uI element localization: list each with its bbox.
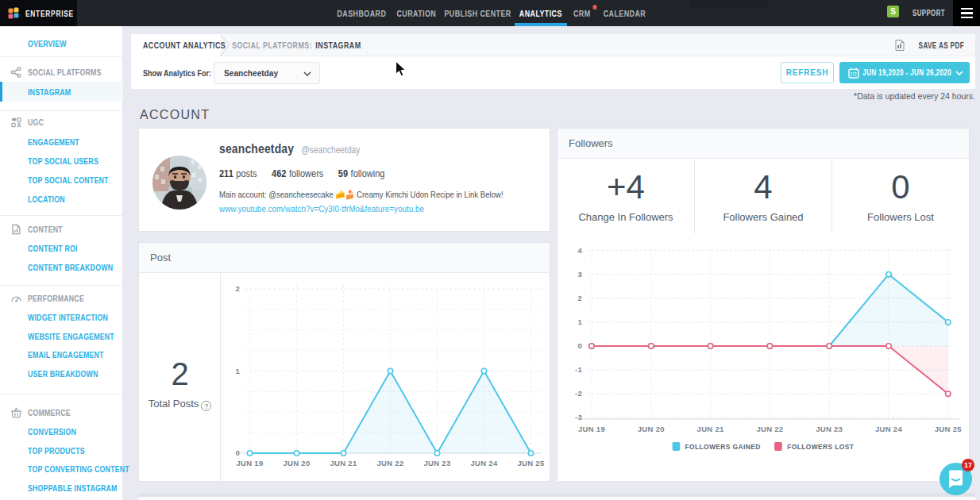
svg-text:3: 3 — [577, 270, 582, 279]
sidebar-section-content-label: CONTENT — [28, 225, 63, 234]
followers-stat-followers-gained: 4Followers Gained — [695, 160, 832, 233]
nav-shadow-artifact — [689, 0, 769, 9]
filter-toolbar: Show Analytics For: Seancheetday REFRESH — [131, 56, 975, 89]
nav-item-support[interactable]: SUPPORT — [912, 0, 955, 26]
sidebar-section-social-platforms: SOCIAL PLATFORMS — [0, 63, 123, 82]
legend-item-followers-gained[interactable]: FOLLOWERS GAINED — [673, 442, 761, 451]
sidebar-item-overview-label: OVERVIEW — [28, 39, 67, 48]
sidebar-item-top-social-users[interactable]: TOP SOCIAL USERS — [0, 152, 123, 171]
nav-item-curation[interactable]: CURATION — [395, 0, 438, 26]
chart-legend: FOLLOWERS GAINEDFOLLOWERS LOST — [582, 442, 944, 451]
sidebar-item-top-social-users-label: TOP SOCIAL USERS — [28, 156, 98, 166]
brand-name: ENTERPRISE — [25, 9, 74, 18]
sidebar-item-widget-interaction[interactable]: WIDGET INTERACTION — [0, 308, 123, 327]
basket-icon — [10, 407, 22, 419]
nav-item-calendar[interactable]: CALENDAR — [601, 0, 647, 26]
sidebar-item-user-breakdown[interactable]: USER BREAKDOWN — [0, 364, 123, 383]
account-dropdown[interactable]: Seancheetday — [214, 62, 320, 84]
sidebar-item-content-breakdown-label: CONTENT BREAKDOWN — [28, 263, 113, 272]
legend-label: FOLLOWERS GAINED — [685, 442, 760, 451]
sidebar-item-engagement-label: ENGAGEMENT — [28, 137, 79, 147]
nav-item-publish-center[interactable]: PUBLISH CENTER — [445, 0, 511, 26]
stat-value: 462 — [272, 168, 286, 179]
stat-value: 211 — [219, 168, 233, 179]
nav-item-dashboard[interactable]: DASHBOARD — [337, 0, 386, 26]
legend-item-followers-lost[interactable]: FOLLOWERS LOST — [774, 442, 854, 451]
next-section-card-top — [139, 497, 975, 500]
sidebar-divider — [0, 56, 123, 57]
sidebar-item-instagram[interactable]: INSTAGRAM — [0, 82, 123, 102]
sidebar-item-top-converting-content[interactable]: TOP CONVERTING CONTENT — [0, 460, 123, 479]
nav-item-label: CURATION — [396, 9, 436, 18]
stat-value: 0 — [891, 171, 909, 204]
save-as-pdf-button[interactable]: SAVE AS PDF — [895, 34, 964, 56]
sidebar-item-top-social-content[interactable]: TOP SOCIAL CONTENT — [0, 171, 123, 190]
stat-value: 59 — [338, 168, 348, 179]
chat-unread-badge: 17 — [962, 459, 974, 471]
followers-line-chart: 43210-1-2-3JUN 19JUN 20JUN 21JUN 22JUN 2… — [558, 233, 969, 440]
sidebar-item-location[interactable]: LOCATION — [0, 190, 123, 209]
chat-bubble-icon — [949, 471, 963, 488]
svg-text:JUN 21: JUN 21 — [330, 459, 357, 467]
legend-swatch — [774, 442, 782, 451]
account-dropdown-value: Seancheetday — [224, 68, 278, 78]
top-navigation-bar: ENTERPRISE DASHBOARDCURATIONPUBLISH CENT… — [0, 0, 980, 26]
sidebar-divider — [0, 285, 123, 286]
save-as-pdf-label: SAVE AS PDF — [919, 41, 964, 50]
sidebar-item-top-social-content-label: TOP SOCIAL CONTENT — [28, 175, 109, 185]
breadcrumb-separator-icon — [220, 34, 231, 56]
sidebar-item-email-engagement[interactable]: EMAIL ENGAGEMENT — [0, 345, 123, 364]
refresh-button[interactable]: REFRESH — [781, 62, 834, 83]
sidebar-item-conversion[interactable]: CONVERSION — [0, 422, 123, 441]
svg-text:JUN 24: JUN 24 — [470, 459, 497, 467]
sidebar-item-top-products-label: TOP PRODUCTS — [28, 446, 85, 456]
svg-text:JUN 20: JUN 20 — [638, 425, 665, 433]
nav-item-crm[interactable]: CRM — [570, 0, 594, 26]
breadcrumb-account-analytics[interactable]: ACCOUNT ANALYTICS — [131, 34, 220, 56]
sidebar-item-content-roi[interactable]: CONTENT ROI — [0, 239, 123, 258]
svg-text:JUN 23: JUN 23 — [816, 425, 843, 433]
svg-text:0: 0 — [235, 448, 240, 457]
stat-label: Change In Followers — [578, 211, 673, 223]
stat-label: following — [351, 168, 385, 179]
account-section-title: ACCOUNT — [140, 108, 210, 122]
account-handle: @seancheetday — [301, 144, 360, 156]
date-range-button[interactable]: JUN 19,2020 - JUN 26,2020 — [839, 62, 970, 83]
account-stat-followers: 462followers — [272, 168, 323, 179]
help-question-icon[interactable]: ? — [201, 401, 211, 411]
nav-item-label: CRM — [573, 9, 591, 18]
sidebar-section-performance: PERFORMANCE — [0, 289, 123, 308]
sidebar-section-social-platforms-label: SOCIAL PLATFORMS — [28, 67, 102, 77]
page-header-block: ACCOUNT ANALYTICS SOCIAL PLATFORMS: INST… — [131, 34, 975, 89]
hamburger-menu-icon[interactable] — [953, 0, 980, 26]
account-bio: Main account: @seancheesecake 🧀🍰 Creamy … — [219, 190, 504, 200]
notification-dot — [592, 5, 596, 10]
post-card: Post 2 Total Posts? 210JUN 19JUN 20JUN 2… — [138, 242, 550, 482]
legend-label: FOLLOWERS LOST — [787, 442, 854, 451]
nav-item-analytics[interactable]: ANALYTICS — [515, 0, 567, 26]
data-update-note: *Data is updated every 24 hours. — [181, 91, 975, 101]
followers-stats-row: +4Change In Followers4Followers Gained0F… — [558, 160, 969, 233]
sidebar-item-overview[interactable]: OVERVIEW — [0, 34, 123, 53]
sidebar-item-top-products[interactable]: TOP PRODUCTS — [0, 441, 123, 460]
sidebar-item-content-breakdown[interactable]: CONTENT BREAKDOWN — [0, 258, 123, 277]
svg-text:JUN 19: JUN 19 — [578, 425, 605, 433]
sidebar-item-user-breakdown-label: USER BREAKDOWN — [28, 369, 98, 379]
account-stat-following: 59following — [338, 168, 385, 179]
account-bio-link[interactable]: www.youtube.com/watch?v=Cy3I0-tfrMo&feat… — [219, 204, 424, 213]
svg-text:JUN 19: JUN 19 — [236, 459, 263, 467]
enterprise-logo-icon — [8, 7, 19, 19]
sidebar-item-website-engagement[interactable]: WEBSITE ENGAGEMENT — [0, 327, 123, 346]
user-avatar-badge[interactable]: S — [887, 6, 899, 17]
svg-text:-2: -2 — [575, 389, 582, 398]
svg-text:JUN 24: JUN 24 — [875, 425, 902, 433]
sidebar-item-widget-interaction-label: WIDGET INTERACTION — [28, 313, 108, 322]
show-analytics-label: Show Analytics For: — [143, 56, 211, 89]
svg-text:JUN 21: JUN 21 — [697, 425, 724, 433]
nav-item-label: PUBLISH CENTER — [445, 9, 511, 18]
support-label: SUPPORT — [912, 9, 945, 17]
sidebar-item-top-converting-content-label: TOP CONVERTING CONTENT — [28, 464, 129, 474]
logo-block[interactable]: ENTERPRISE — [0, 0, 77, 26]
sidebar-item-shoppable-instagram[interactable]: SHOPPABLE INSTAGRAM — [0, 479, 123, 498]
sidebar-item-engagement[interactable]: ENGAGEMENT — [0, 133, 123, 152]
